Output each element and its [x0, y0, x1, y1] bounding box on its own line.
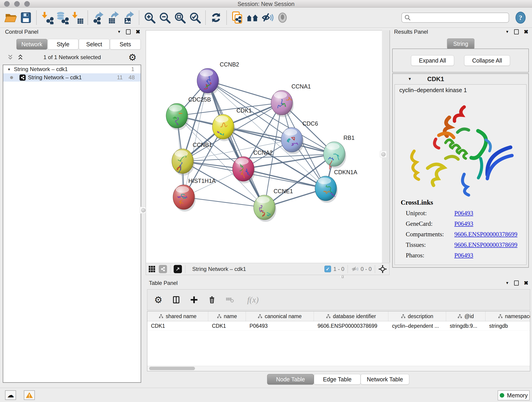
panel-float-icon[interactable] [514, 29, 519, 34]
zoom-out-button[interactable] [157, 10, 172, 25]
column-tree-icon [401, 314, 405, 318]
crosslink-link[interactable]: P06493 [454, 210, 473, 217]
open-in-new-window-icon[interactable] [174, 265, 182, 273]
fit-selected-crosshair-icon[interactable] [378, 265, 387, 274]
import-network-from-database-button[interactable] [55, 10, 70, 25]
selected-checkbox-icon[interactable]: ✓ [324, 266, 331, 272]
save-session-button[interactable] [18, 10, 33, 25]
search-input[interactable] [411, 14, 506, 21]
tab-style[interactable]: Style [48, 39, 78, 50]
expand-all-button[interactable]: Expand All [411, 55, 454, 66]
network-node-CCNB1[interactable]: CCNB1 [172, 142, 212, 176]
network-results-splitter[interactable] [382, 30, 390, 263]
table-cell[interactable]: stringdb:9... [446, 321, 486, 331]
birds-eye-view-icon[interactable] [148, 265, 156, 273]
import-network-from-file-button[interactable] [39, 10, 55, 25]
network-node-CCNA1[interactable]: CCNA1 [271, 83, 311, 117]
panel-menu-icon[interactable]: ▼ [117, 30, 121, 34]
network-collection-row[interactable]: ▼ String Network – cdk1 1 [3, 65, 141, 73]
panel-close-icon[interactable]: ✖ [524, 29, 528, 35]
tree-expander-icon[interactable]: ▼ [7, 67, 11, 71]
help-button[interactable]: ? [514, 11, 527, 24]
zoom-selected-button[interactable] [187, 10, 203, 25]
tab-select[interactable]: Select [79, 39, 109, 50]
export-network-button[interactable] [91, 10, 106, 25]
crosslink-link[interactable]: P06493 [454, 220, 473, 227]
show-columns-button[interactable] [171, 295, 181, 305]
crosslink-link[interactable]: 9606.ENSP00000378699 [454, 231, 517, 238]
table-options-button[interactable]: ⚙ [153, 295, 163, 305]
warnings-button[interactable] [24, 390, 35, 400]
table-cell[interactable]: CDK1 [208, 321, 246, 331]
column-header-name[interactable]: name [208, 312, 246, 321]
column-header-description[interactable]: description [388, 312, 446, 321]
tab-edge-table[interactable]: Edge Table [314, 374, 361, 385]
string-panel-toggle-icon[interactable] [159, 265, 167, 273]
import-table-from-file-button[interactable] [70, 10, 85, 25]
network-edge[interactable] [243, 169, 326, 188]
network-node-CCNA2[interactable]: CCNA2 [233, 149, 273, 183]
crosslink-label: GeneCard: [406, 220, 454, 227]
column-header-@id[interactable]: @id [446, 312, 486, 321]
memory-button[interactable]: Memory [498, 390, 530, 400]
panel-float-icon[interactable] [126, 29, 131, 34]
zoom-in-button[interactable] [142, 10, 157, 25]
collapse-all-button[interactable]: Collapse All [464, 55, 510, 66]
tab-string[interactable]: String [447, 38, 474, 49]
network-node-RB1[interactable]: RB1 [323, 134, 355, 169]
export-image-button[interactable] [121, 10, 136, 25]
table-cell[interactable]: stringdb [486, 321, 530, 331]
zoom-fit-button[interactable] [172, 10, 187, 25]
network-node-CCNE1[interactable]: CCNE1 [254, 188, 293, 222]
create-column-button[interactable] [189, 295, 199, 305]
network-node-CDKN1A[interactable]: CDKN1A [315, 169, 357, 203]
network-row[interactable]: String Network – cdk1 11 48 [3, 73, 141, 82]
splitter-handle[interactable] [380, 151, 387, 158]
table-row[interactable]: CDK1CDK1P064939606.ENSP00000378699cyclin… [147, 321, 530, 331]
zoom-out-icon [158, 11, 171, 24]
panel-float-icon[interactable] [514, 281, 519, 286]
column-header-canonical-name[interactable]: canonical name [246, 312, 314, 321]
collapse-caret-icon[interactable]: ▼ [408, 77, 412, 81]
export-table-button[interactable] [106, 10, 121, 25]
hide-selected-button[interactable] [260, 10, 275, 25]
crosslink-row: GeneCard:P06493 [401, 220, 524, 227]
selected-node-edge-counts: 1 - 0 [333, 266, 344, 272]
import-database-icon [56, 11, 69, 24]
column-header-shared-name[interactable]: shared name [147, 312, 208, 321]
first-neighbors-button[interactable] [245, 10, 260, 25]
network-node-HIST1H1A[interactable]: HIST1H1A [173, 178, 216, 211]
table-cell[interactable]: 9606.ENSP00000378699 [314, 321, 388, 331]
table-cell[interactable]: CDK1 [147, 321, 208, 331]
network-graph[interactable]: CCNB2CCNA1CDC25BCDK1CDC6RB1CCNB1CCNA2CDK… [146, 31, 382, 263]
delete-column-button[interactable] [207, 295, 217, 305]
tab-network-table[interactable]: Network Table [361, 374, 409, 385]
horizontal-scrollbar[interactable] [147, 366, 530, 371]
crosslink-link[interactable]: 9606.ENSP00000378699 [454, 241, 517, 249]
tab-network[interactable]: Network [17, 39, 47, 50]
refresh-button[interactable] [209, 10, 224, 25]
open-session-button[interactable] [3, 10, 18, 25]
panel-menu-icon[interactable]: ▼ [505, 281, 509, 285]
crosslink-link[interactable]: P06493 [454, 252, 473, 259]
function-builder-button[interactable]: f(x) [243, 295, 263, 305]
delete-table-button[interactable] [225, 295, 235, 305]
tab-sets[interactable]: Sets [110, 39, 141, 50]
network-edge[interactable] [184, 197, 264, 207]
network-view[interactable]: CCNB2CCNA1CDC25BCDK1CDC6RB1CCNB1CCNA2CDK… [146, 30, 382, 263]
protein-card-header[interactable]: ▼ CDK1 [393, 74, 528, 84]
panel-close-icon[interactable]: ✖ [136, 29, 140, 35]
network-edge[interactable] [208, 81, 264, 207]
results-panel-title: Results Panel [394, 29, 428, 35]
table-cell[interactable]: cyclin–dependent ... [388, 321, 446, 331]
scrollbar-thumb[interactable] [149, 367, 195, 370]
show-all-button[interactable] [275, 10, 290, 25]
column-header-database-identifier[interactable]: database identifier [314, 312, 388, 321]
cloud-status-button[interactable]: ☁ [5, 390, 16, 400]
table-cell[interactable]: P06493 [246, 321, 314, 331]
new-network-from-selection-button[interactable] [230, 10, 245, 25]
panel-menu-icon[interactable]: ▼ [505, 30, 509, 34]
panel-close-icon[interactable]: ✖ [524, 280, 528, 286]
tab-node-table[interactable]: Node Table [267, 374, 314, 385]
column-header-namespace[interactable]: namespace [486, 312, 530, 321]
